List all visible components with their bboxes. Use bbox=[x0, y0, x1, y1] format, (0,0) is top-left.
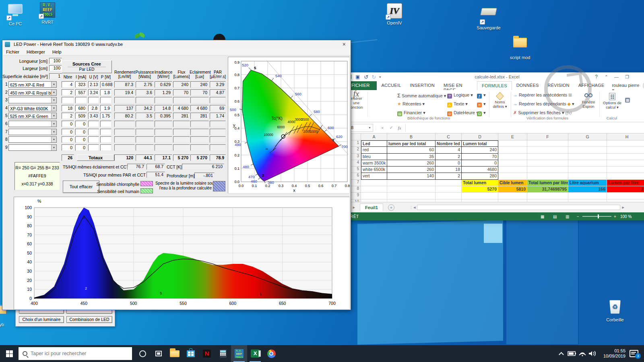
taskbar-task-view[interactable] bbox=[151, 345, 167, 362]
taskbar-chrome[interactable] bbox=[263, 345, 279, 362]
chevron-down-icon[interactable]: ▼ bbox=[51, 82, 56, 87]
cell[interactable] bbox=[568, 140, 607, 147]
noms-definis-button[interactable]: Nomsdéfinis ▾ bbox=[491, 93, 509, 109]
puissance-input[interactable] bbox=[100, 136, 111, 143]
help-button[interactable]: ? bbox=[595, 74, 598, 80]
cell[interactable] bbox=[607, 173, 644, 179]
dateheure-button[interactable]: ⊙DateHeure ▾ bbox=[447, 110, 479, 116]
tab-mise-en-page[interactable]: MISE EN PAGE bbox=[439, 81, 477, 90]
cell[interactable] bbox=[527, 160, 568, 167]
taskbar-calculator[interactable] bbox=[215, 345, 231, 362]
tab-formules[interactable]: FORMULES bbox=[477, 81, 512, 90]
cell[interactable]: white 6500k bbox=[361, 167, 387, 173]
nbre-input[interactable]: 0 bbox=[62, 144, 74, 151]
nbre-input[interactable]: 2 bbox=[62, 89, 74, 96]
taskbar-store[interactable] bbox=[183, 345, 199, 362]
courant-input[interactable] bbox=[75, 97, 87, 103]
desktop-icon-rvrt[interactable]: R.V. REEF TOOLS ↗ RVRT bbox=[31, 2, 64, 25]
tension-input[interactable] bbox=[88, 129, 99, 135]
led-select[interactable]: 450 nm XP-E Royal blue▼ bbox=[8, 89, 57, 96]
texte-button[interactable]: ATexte ▾ bbox=[447, 101, 468, 107]
cell[interactable] bbox=[527, 154, 568, 160]
courant-input[interactable]: 0 bbox=[75, 144, 87, 151]
tension-input[interactable] bbox=[88, 121, 99, 127]
cancel-icon[interactable]: × bbox=[381, 125, 384, 130]
col-header[interactable]: C bbox=[436, 134, 462, 140]
somme-automatique-button[interactable]: Σ Somme automatique ▾ bbox=[397, 93, 446, 99]
led-select[interactable]: XP-G3 White 6500K▼ bbox=[8, 105, 57, 111]
cell[interactable] bbox=[568, 167, 607, 173]
zoom-out-icon[interactable]: − bbox=[577, 214, 579, 219]
search-input[interactable] bbox=[31, 351, 119, 356]
cell[interactable]: warm 3500k bbox=[361, 160, 387, 167]
zoom-slider[interactable] bbox=[582, 216, 611, 217]
maximize-button[interactable]: ❐ bbox=[625, 74, 629, 80]
courant-input[interactable]: 557 bbox=[75, 89, 87, 96]
cell[interactable] bbox=[498, 147, 527, 153]
cell[interactable] bbox=[387, 180, 436, 186]
cell[interactable] bbox=[498, 167, 527, 173]
cell[interactable]: Lumen total bbox=[462, 140, 498, 147]
col-header[interactable]: F bbox=[527, 134, 568, 140]
tension-input[interactable] bbox=[88, 144, 99, 151]
cell[interactable]: 4680 bbox=[462, 167, 498, 173]
tension-input[interactable] bbox=[88, 136, 99, 143]
nbre-input[interactable] bbox=[62, 97, 74, 103]
nbre-input[interactable]: 0 bbox=[62, 136, 74, 143]
enter-icon[interactable]: ✓ bbox=[389, 125, 393, 130]
taskbar-rvrt[interactable]: R.V.REEFTOOLS bbox=[231, 345, 247, 362]
cell[interactable] bbox=[527, 147, 568, 153]
cell-cible-lumen-label[interactable]: Cible lumen bbox=[498, 180, 527, 186]
courant-input[interactable]: 0 bbox=[75, 129, 87, 135]
cell[interactable] bbox=[361, 193, 387, 199]
cell[interactable]: 280 bbox=[462, 173, 498, 179]
cell[interactable] bbox=[361, 186, 387, 193]
cell-litre-aquarium-value[interactable]: 166 bbox=[568, 186, 607, 193]
notification-center-icon[interactable]: 3 bbox=[630, 350, 638, 357]
tray-clock[interactable]: 01:55 10/09/2019 bbox=[603, 348, 625, 359]
page-break-icon[interactable]: ▥ bbox=[566, 214, 569, 219]
normal-view-icon[interactable]: ▦ bbox=[541, 214, 544, 219]
fx-icon[interactable]: fx bbox=[398, 125, 401, 130]
cell[interactable] bbox=[607, 167, 644, 173]
cell[interactable] bbox=[607, 154, 644, 160]
led-select[interactable]: 525 nm XP-E Green▼ bbox=[8, 113, 57, 119]
tray-chevron-icon[interactable] bbox=[559, 352, 564, 357]
sheet-nav-right-icon[interactable]: ▸ bbox=[353, 205, 355, 210]
cell[interactable] bbox=[607, 140, 644, 147]
col-header[interactable]: B bbox=[387, 134, 436, 140]
cell[interactable]: Led bbox=[361, 140, 387, 147]
nbre-input[interactable]: 0 bbox=[62, 129, 74, 135]
cell[interactable] bbox=[462, 193, 498, 199]
desktop-icon-ce-pc[interactable]: ↗ Ce PC bbox=[0, 3, 32, 26]
user-account[interactable]: rouleau pierre ▾ bbox=[609, 81, 642, 90]
hscroll-right-icon[interactable]: ▸ bbox=[622, 205, 624, 210]
desktop-icon-corbeille[interactable]: ♻ Corbeille bbox=[598, 299, 632, 322]
sheet-tab-feuil1[interactable]: Feuil1 bbox=[360, 204, 383, 211]
taskbar-excel[interactable]: X bbox=[247, 345, 263, 362]
start-button[interactable] bbox=[0, 345, 19, 362]
cell[interactable] bbox=[436, 180, 462, 186]
tab-accueil[interactable]: ACCUEIL bbox=[377, 81, 405, 90]
cell[interactable] bbox=[361, 180, 387, 186]
led-titlebar[interactable]: LED Power - Hervé Reef Tools 190829 © ww… bbox=[2, 40, 351, 48]
led-select[interactable]: 625 nm XP-E Red▼ bbox=[8, 81, 57, 88]
chevron-down-icon[interactable]: ▼ bbox=[51, 113, 56, 119]
tension-input[interactable]: 2.13 bbox=[88, 81, 99, 88]
courant-input[interactable]: 323 bbox=[75, 81, 87, 88]
chevron-down-icon[interactable]: ▼ bbox=[51, 105, 56, 111]
chevron-down-icon[interactable]: ▼ bbox=[51, 145, 56, 150]
maths-button[interactable]: π▾ bbox=[477, 101, 486, 107]
desktop-icon-openiv[interactable]: IV ↗ OpenIV bbox=[378, 3, 411, 25]
cell[interactable]: 140 bbox=[387, 173, 436, 179]
cell-lumen-par-litre-label[interactable]: Lumen par litre bbox=[607, 180, 644, 186]
cell[interactable]: 60 bbox=[387, 147, 436, 153]
cell[interactable] bbox=[568, 160, 607, 167]
cell[interactable]: 260 bbox=[387, 160, 436, 167]
cell[interactable] bbox=[568, 193, 607, 199]
page-layout-icon[interactable]: ▤ bbox=[553, 214, 557, 219]
cell[interactable] bbox=[568, 147, 607, 153]
excel-titlebar[interactable]: X ▣ ↺ ↻ ▾ calcule-led.xlsx - Excel ? ⌃ —… bbox=[344, 72, 644, 81]
cell[interactable] bbox=[436, 193, 462, 199]
tension-input[interactable] bbox=[88, 97, 99, 103]
